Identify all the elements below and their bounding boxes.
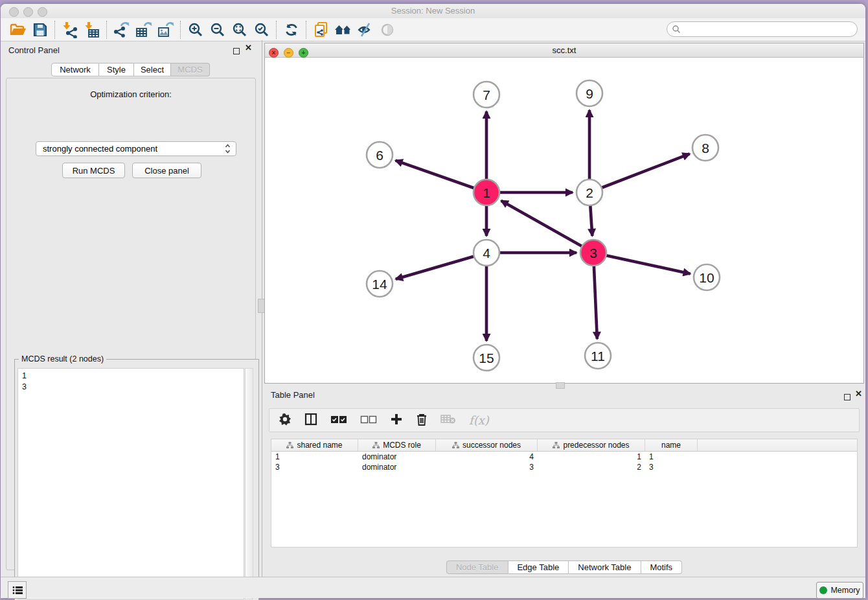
graph-node-11[interactable]: 11 xyxy=(585,343,611,369)
toolbar-separator xyxy=(180,21,181,39)
hide-selected-icon[interactable] xyxy=(354,20,376,40)
table-panel: Table Panel ✕ f(x) xyxy=(264,387,864,577)
session-list-button[interactable] xyxy=(8,581,27,599)
show-all-icon[interactable] xyxy=(376,20,398,40)
tab-node-table[interactable]: Node Table xyxy=(446,560,508,574)
float-table-panel-icon[interactable] xyxy=(844,391,851,403)
mcds-result-list[interactable]: 1 3 xyxy=(17,368,244,599)
first-neighbors-icon[interactable] xyxy=(332,20,354,40)
save-session-icon[interactable] xyxy=(29,20,51,40)
column-visibility-icon[interactable] xyxy=(304,413,317,428)
import-table-icon[interactable] xyxy=(81,20,103,40)
close-panel-button[interactable]: Close panel xyxy=(132,163,201,178)
table-row[interactable]: 3 dominator 3 2 3 xyxy=(271,462,857,472)
export-network-icon[interactable] xyxy=(111,20,133,40)
tab-select[interactable]: Select xyxy=(134,63,171,76)
add-column-icon[interactable] xyxy=(390,413,403,428)
network-view-window: ×−+ scc.txt 1234678910111415 xyxy=(264,43,864,384)
apply-layout-icon[interactable] xyxy=(280,20,303,40)
tab-edge-table[interactable]: Edge Table xyxy=(508,560,569,574)
zoom-in-icon[interactable] xyxy=(185,20,207,40)
close-table-panel-icon[interactable]: ✕ xyxy=(855,391,862,397)
graph-edge[interactable] xyxy=(589,154,690,192)
graph-edge[interactable] xyxy=(396,253,486,279)
table-panel-title: Table Panel xyxy=(271,390,315,400)
dropdown-value: strongly connected component xyxy=(43,144,225,154)
graph-node-label: 8 xyxy=(702,141,709,156)
toolbar-separator xyxy=(306,21,307,39)
column-header[interactable]: name xyxy=(645,439,698,451)
toolbar-separator xyxy=(54,21,56,39)
optimization-criterion-label: Optimization criterion: xyxy=(6,89,255,99)
tab-mcds[interactable]: MCDS xyxy=(171,63,210,76)
graph-node-10[interactable]: 10 xyxy=(694,264,720,290)
column-header[interactable]: successor nodes xyxy=(436,439,538,451)
graph-node-label: 2 xyxy=(586,185,593,200)
tab-network[interactable]: Network xyxy=(51,63,99,76)
graph-edge[interactable] xyxy=(593,253,691,273)
graph-node-label: 11 xyxy=(591,349,605,363)
zoom-out-icon[interactable] xyxy=(207,20,229,40)
attribute-icon xyxy=(372,442,380,448)
graph-node-14[interactable]: 14 xyxy=(367,271,393,297)
graph-node-label: 7 xyxy=(483,87,490,102)
delete-table-icon[interactable] xyxy=(440,414,456,427)
table-toolbar: f(x) xyxy=(269,408,860,432)
column-header[interactable]: predecessor nodes xyxy=(538,439,645,451)
node-table: shared name MCDS role successor nodes pr… xyxy=(271,439,858,548)
table-header-row: shared name MCDS role successor nodes pr… xyxy=(271,439,857,452)
memory-button[interactable]: Memory xyxy=(816,582,863,599)
graph-node-label: 14 xyxy=(372,277,387,292)
open-session-icon[interactable] xyxy=(7,20,29,40)
window-titlebar: Session: New Session xyxy=(1,4,865,19)
toolbar-separator xyxy=(106,21,108,39)
graph-edge[interactable] xyxy=(501,201,593,253)
search-field[interactable] xyxy=(667,21,858,37)
graph-node-label: 6 xyxy=(376,148,383,163)
graph-node-6[interactable]: 6 xyxy=(367,142,393,168)
tab-motifs[interactable]: Motifs xyxy=(641,560,682,574)
attribute-icon xyxy=(553,442,560,448)
graph-node-3[interactable]: 3 xyxy=(580,240,606,266)
status-bar: Memory xyxy=(1,577,865,598)
graph-node-label: 10 xyxy=(699,270,714,285)
export-image-icon[interactable] xyxy=(155,20,177,40)
tab-style[interactable]: Style xyxy=(99,63,134,76)
export-table-icon[interactable] xyxy=(133,20,155,40)
column-header[interactable]: MCDS role xyxy=(358,439,436,451)
delete-column-icon[interactable] xyxy=(416,413,428,428)
graph-node-1[interactable]: 1 xyxy=(474,179,499,205)
graph-node-15[interactable]: 15 xyxy=(474,345,499,371)
run-mcds-button[interactable]: Run MCDS xyxy=(62,163,125,178)
table-row[interactable]: 1 dominator 4 1 1 xyxy=(271,452,857,462)
graph-node-label: 9 xyxy=(586,86,593,101)
network-canvas[interactable]: 1234678910111415 xyxy=(265,57,863,383)
optimization-criterion-dropdown[interactable]: strongly connected component xyxy=(36,141,236,156)
duplicate-network-icon[interactable] xyxy=(310,20,332,40)
graph-node-7[interactable]: 7 xyxy=(474,82,499,108)
result-scrollbar[interactable] xyxy=(245,368,253,599)
graph-node-2[interactable]: 2 xyxy=(577,179,602,205)
deselect-all-icon[interactable] xyxy=(360,415,377,426)
graph-edge[interactable] xyxy=(396,161,486,192)
close-panel-icon[interactable]: ✕ xyxy=(245,45,252,51)
graph-node-4[interactable]: 4 xyxy=(474,240,499,266)
import-network-icon[interactable] xyxy=(59,20,81,40)
float-panel-icon[interactable] xyxy=(233,45,240,57)
graph-node-8[interactable]: 8 xyxy=(692,135,718,161)
control-panel-title: Control Panel xyxy=(8,45,60,55)
function-builder-icon[interactable]: f(x) xyxy=(469,413,489,427)
mcds-result-title: MCDS result (2 nodes) xyxy=(19,354,106,363)
control-panel: Control Panel ✕ Network Style Select MCD… xyxy=(1,40,262,577)
zoom-fit-icon[interactable] xyxy=(229,20,251,40)
select-all-icon[interactable] xyxy=(330,415,347,426)
settings-icon[interactable] xyxy=(279,413,291,428)
column-header[interactable]: shared name xyxy=(271,439,358,451)
graph-node-label: 15 xyxy=(479,351,494,365)
attribute-icon xyxy=(286,442,293,448)
graph-node-9[interactable]: 9 xyxy=(577,80,602,106)
main-toolbar xyxy=(1,18,865,41)
search-input[interactable] xyxy=(683,24,857,34)
zoom-selected-icon[interactable] xyxy=(251,20,273,40)
tab-network-table[interactable]: Network Table xyxy=(569,560,641,574)
